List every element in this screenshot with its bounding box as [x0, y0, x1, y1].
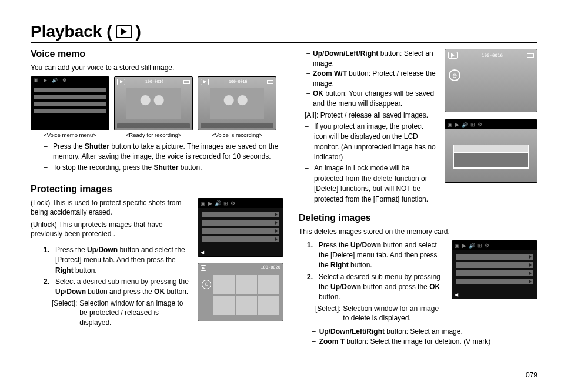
thumb-protected-image: 100-0016 ⊖: [445, 49, 537, 112]
protecting-heading: Protecting images: [31, 184, 283, 195]
protect-note-1: –If you protect an image, the protect ic…: [305, 122, 436, 163]
thumb-protect-all-dialog: ▣▶🔊⊞⚙: [445, 119, 537, 183]
protecting-intro2: (Unlock) This unprotects images that hav…: [31, 220, 191, 239]
voice-bullet-1: – Press the Shutter button to take a pic…: [44, 142, 283, 162]
caption-recording: <Voice is recording>: [198, 132, 276, 138]
delete-tail-2: –Zoom T button: Select the image for del…: [312, 337, 537, 347]
deleting-heading: Deleting images: [299, 213, 537, 223]
thumb-is-recording: 100-0016 <Voice is recording>: [198, 76, 276, 138]
lock-icon: ⊖: [202, 280, 211, 289]
thumb-file-number: 100-0016: [145, 79, 163, 84]
left-column: Voice memo You can add your voice to a s…: [31, 49, 283, 347]
thumb-file-number-4: 100-0016: [482, 53, 503, 58]
caption-voice-menu: <Voice memo menu>: [31, 132, 109, 138]
protect-note-2: –An image in Lock mode will be protected…: [305, 163, 436, 205]
thumb-file-number-3: 100-0020: [261, 265, 280, 271]
voice-memo-heading: Voice memo: [31, 49, 283, 59]
delete-select-row: [Select]: Selection window for an image …: [307, 304, 443, 323]
protecting-intro1: (Lock) This is used to protect specific …: [31, 198, 191, 217]
protect-step-2: 2. Select a desired sub menu by pressing…: [44, 277, 191, 297]
lock-icon-circled: ⊖: [449, 69, 460, 81]
caption-ready: <Ready for recording>: [114, 132, 193, 138]
voice-memo-intro: You can add your voice to a stored still…: [31, 63, 283, 73]
page-title-row: Playback ( ): [31, 22, 537, 43]
thumb-ready-recording: 100-0016 <Ready for recording>: [114, 76, 193, 138]
delete-tail-1: –Up/Down/Left/Right button: Select an im…: [312, 327, 537, 337]
deleting-intro: This deletes images stored on the memory…: [299, 227, 537, 237]
protect-all: [All]: Protect / release all saved image…: [299, 110, 436, 120]
playback-icon: [116, 25, 132, 38]
ctrl-zoom: – Zoom W/T button: Protect / release the…: [305, 69, 436, 88]
ctrl-navigate: – Up/Down/Left/Right button: Select an i…: [305, 49, 436, 68]
page-number: 079: [526, 371, 537, 379]
manual-page: Playback ( ) Voice memo You can add your…: [0, 0, 561, 363]
voice-memo-thumb-row: ▣▶🔊⚙ <Voice memo menu> 100-0016 <Ready f…: [31, 76, 283, 138]
thumb-protect-menu: ▣▶🔊⊞⚙ ◀: [198, 198, 283, 257]
thumb-voice-menu: ▣▶🔊⚙ <Voice memo menu>: [31, 76, 109, 138]
right-column: – Up/Down/Left/Right button: Select an i…: [299, 49, 537, 347]
page-title-prefix: Playback (: [31, 22, 112, 41]
thumb-protect-select: ▶100-0020 ⊖: [198, 263, 283, 321]
page-title-suffix: ): [136, 22, 141, 41]
protect-step-1: 1. Press the Up/Down button and select t…: [44, 245, 191, 276]
voice-bullet-2: – To stop the recording, press the Shutt…: [44, 163, 283, 173]
thumb-file-number-2: 100-0016: [229, 79, 247, 84]
ctrl-ok: – OK button: Your changes will be saved …: [305, 89, 436, 108]
delete-step-2: 2. Select a desired sub menu by pressing…: [307, 272, 443, 303]
thumb-delete-menu: ▣▶🔊⊞⚙ ◀: [452, 240, 537, 299]
delete-step-1: 1. Press the Up/Down button and select t…: [307, 240, 443, 271]
protect-select-row: [Select]: Selection window for an image …: [44, 299, 191, 328]
